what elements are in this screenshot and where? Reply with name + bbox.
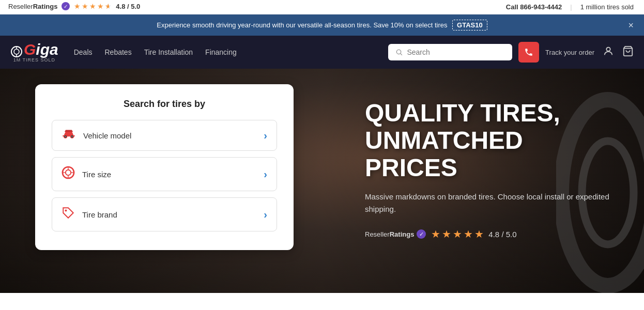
top-star-3: ★ <box>89 2 96 10</box>
search-panel-title: Search for tires by <box>52 99 277 110</box>
star-1: ★ <box>431 228 440 240</box>
hero-rating-text: 4.8 / 5.0 <box>488 230 516 239</box>
top-star-2: ★ <box>82 2 88 10</box>
car-icon <box>62 129 76 142</box>
logo[interactable]: Giga 1M Tires SOLD <box>10 42 58 63</box>
promo-banner: Experience smooth driving year-round wit… <box>0 14 644 36</box>
divider: | <box>570 3 572 11</box>
svg-line-5 <box>401 54 402 55</box>
user-icon[interactable] <box>603 45 614 59</box>
phone-number[interactable]: Call 866-943-4442 <box>506 3 562 11</box>
svg-point-15 <box>66 170 71 175</box>
tire-size-label: Tire size <box>82 170 111 179</box>
top-star-5: ★ ★ <box>105 2 112 10</box>
tire-size-chevron: › <box>264 168 267 180</box>
cart-icon[interactable] <box>622 45 634 59</box>
nav-deals[interactable]: Deals <box>74 48 93 56</box>
search-panel: Search for tires by Vehicle model › <box>35 84 294 250</box>
search-input[interactable] <box>407 48 505 56</box>
hero-ratings: ResellerRatings ✓ ★ ★ ★ ★ ★ 4.8 / 5.0 <box>365 228 613 240</box>
top-stars: ★ ★ ★ ★ ★ ★ <box>74 2 112 10</box>
hero-description: Massive markdowns on branded tires. Choo… <box>365 191 613 215</box>
svg-point-6 <box>606 47 610 51</box>
tire-brand-chevron: › <box>264 209 267 221</box>
top-rating: 4.8 / 5.0 <box>116 3 140 10</box>
nav-tire-installation[interactable]: Tire Installation <box>144 48 193 56</box>
top-star-1: ★ <box>74 2 81 10</box>
promo-close-button[interactable]: × <box>628 20 634 30</box>
star-5: ★ <box>474 228 484 240</box>
svg-point-1 <box>14 49 19 54</box>
logo-subtitle: 1M Tires SOLD <box>13 57 55 63</box>
tires-sold: 1 million tires sold <box>580 3 634 11</box>
top-star-4: ★ <box>97 2 104 10</box>
hero-content: QUALITY TIRES, UNMATCHED PRICES Massive … <box>365 100 613 240</box>
tire-size-icon <box>62 166 75 182</box>
track-order-link[interactable]: Track your order <box>545 49 594 56</box>
vehicle-model-option[interactable]: Vehicle model › <box>52 120 277 151</box>
nav-financing[interactable]: Financing <box>205 48 237 56</box>
vehicle-model-chevron: › <box>264 130 267 142</box>
user-svg <box>603 45 614 57</box>
main-nav: Giga 1M Tires SOLD Deals Rebates Tire In… <box>0 36 644 69</box>
promo-text: Experience smooth driving year-round wit… <box>157 21 447 29</box>
phone-icon <box>524 48 533 57</box>
reseller-check-icon: ✓ <box>417 229 426 239</box>
logo-tire-icon <box>10 46 23 57</box>
star-4: ★ <box>464 228 473 240</box>
phone-button[interactable] <box>518 42 539 63</box>
nav-links: Deals Rebates Tire Installation Financin… <box>74 48 388 56</box>
nav-rebates[interactable]: Rebates <box>105 48 132 56</box>
search-icon <box>395 48 403 56</box>
tire-brand-label: Tire brand <box>82 210 117 219</box>
cart-svg <box>622 45 634 57</box>
svg-point-13 <box>71 136 72 137</box>
reseller-badge: ResellerRatings ✓ <box>365 229 426 239</box>
top-reseller-check: ✓ <box>62 2 70 10</box>
reseller-text: ResellerRatings <box>365 230 414 238</box>
star-3: ★ <box>453 228 462 240</box>
vehicle-model-label: Vehicle model <box>83 131 131 140</box>
hero-title: QUALITY TIRES, UNMATCHED PRICES <box>365 100 613 181</box>
tag-icon <box>62 206 75 223</box>
svg-point-12 <box>65 136 66 137</box>
svg-point-20 <box>65 210 67 212</box>
star-2: ★ <box>442 228 451 240</box>
tire-size-option[interactable]: Tire size › <box>52 157 277 191</box>
search-bar[interactable] <box>388 44 512 60</box>
top-reseller-label: ResellerRatings <box>8 3 57 10</box>
nav-icons <box>603 45 634 59</box>
hero-section: Search for tires by Vehicle model › <box>0 69 644 293</box>
tire-brand-option[interactable]: Tire brand › <box>52 197 277 231</box>
hero-stars: ★ ★ ★ ★ ★ 4.8 / 5.0 <box>431 228 516 240</box>
promo-code[interactable]: GTAS10 <box>452 20 487 30</box>
